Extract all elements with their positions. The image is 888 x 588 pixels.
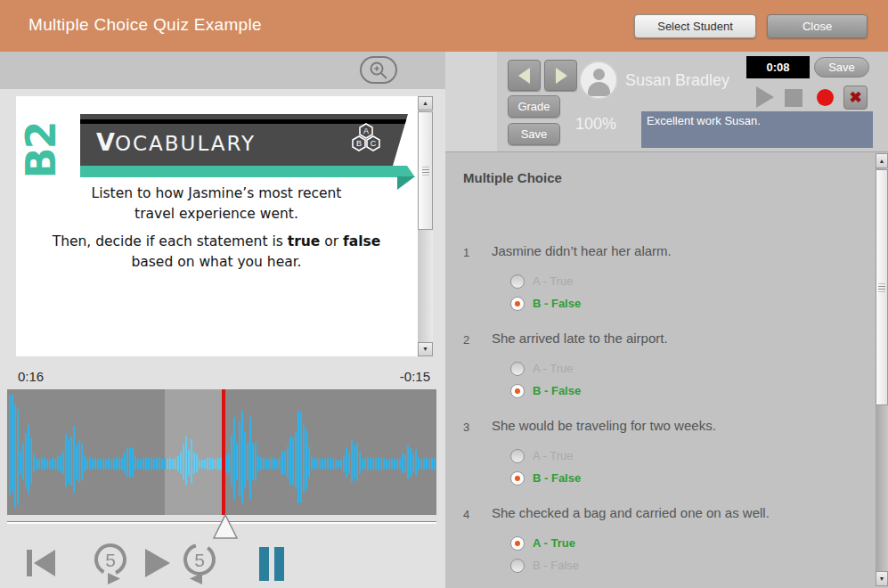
answer-option[interactable]: B - False [510, 554, 770, 576]
radio-button[interactable] [510, 471, 525, 486]
option-label: A - True [533, 536, 575, 550]
title-bar: Multiple Choice Quiz Example Select Stud… [0, 0, 888, 52]
scrollbar-thumb[interactable] [876, 169, 888, 405]
scroll-up-button[interactable]: ▲ [418, 96, 433, 110]
radio-button[interactable] [510, 362, 525, 376]
svg-text:B: B [356, 139, 362, 148]
scrollbar-grip [422, 167, 429, 175]
previous-student-button[interactable] [508, 60, 541, 91]
student-header-band: Grade Save Susan Bradley 100% 0:08 Save … [445, 52, 888, 152]
radio-button[interactable] [510, 384, 525, 398]
radio-button[interactable] [510, 449, 525, 463]
banner-teal-stripe [80, 166, 415, 177]
answer-option[interactable]: B - False [510, 380, 668, 402]
record-button[interactable] [817, 89, 834, 106]
quiz-scrollbar[interactable]: ▲ ▼ [876, 153, 888, 586]
radio-dot [515, 541, 520, 546]
vocabulary-banner: VOCABULARY A B C [80, 114, 408, 166]
replay-5-button[interactable]: 5 [90, 541, 131, 585]
radio-button[interactable] [510, 274, 525, 289]
option-label: B - False [533, 471, 581, 485]
option-label: B - False [533, 559, 579, 572]
scroll-up-icon: ▲ [879, 158, 885, 164]
answer-option[interactable]: B - False [510, 467, 716, 489]
question-options: A - True B - False [510, 270, 672, 314]
waveform-display[interactable] [7, 389, 436, 515]
question: 4 She checked a bag and carried one on a… [463, 505, 855, 576]
slide-scrollbar[interactable]: ▲ ▼ [418, 96, 433, 356]
abc-hexagons-icon: A B C [347, 122, 385, 159]
arrow-right-icon [551, 67, 571, 85]
grading-panel: Grade Save Susan Bradley 100% 0:08 Save … [445, 52, 888, 588]
lesson-player-panel: B2 VOCABULARY A B C [0, 52, 445, 588]
stop-recording-button[interactable] [785, 89, 802, 107]
banner-title-rest: OCABULARY [115, 132, 256, 155]
page-title: Multiple Choice Quiz Example [29, 15, 262, 35]
answer-option[interactable]: B - False [510, 292, 672, 314]
save-recording-button[interactable]: Save [814, 57, 869, 78]
scrollbar-thumb[interactable] [418, 111, 433, 230]
question-body: She arrived late to the airport. A - Tru… [492, 331, 668, 402]
elapsed-time: 0:16 [18, 369, 44, 384]
student-name: Susan Bradley [625, 71, 729, 90]
seek-thumb[interactable] [212, 513, 239, 540]
answer-option[interactable]: A - True [510, 532, 770, 554]
radio-dot [515, 301, 520, 306]
play-recording-button[interactable] [754, 86, 776, 109]
svg-text:5: 5 [194, 550, 205, 570]
pause-button[interactable] [259, 547, 286, 581]
option-label: A - True [533, 449, 574, 462]
scroll-down-button[interactable]: ▼ [418, 342, 433, 356]
play-button[interactable] [143, 547, 173, 579]
question-body: She checked a bag and carried one on as … [492, 505, 770, 576]
question: 3 She would be traveling for two weeks. … [463, 418, 855, 489]
answer-option[interactable]: A - True [510, 445, 716, 467]
score-value: 100% [575, 115, 616, 134]
next-student-button[interactable] [544, 60, 577, 91]
option-label: A - True [533, 362, 574, 375]
quiz-heading: Multiple Choice [463, 170, 562, 185]
teacher-comment-field[interactable]: Excellent work Susan. [641, 111, 873, 148]
scroll-down-icon: ▼ [422, 346, 428, 352]
quiz-app-window: Multiple Choice Quiz Example Select Stud… [0, 0, 888, 588]
questions-list: 1 Jasmine didn’t hear her alarm. A - Tru… [463, 243, 855, 588]
skip-to-start-button[interactable] [25, 547, 57, 579]
question: 2 She arrived late to the airport. A - T… [463, 331, 855, 402]
forward-5-button[interactable]: 5 [179, 541, 220, 585]
scroll-up-icon: ▲ [422, 100, 428, 106]
scroll-up-button[interactable]: ▲ [876, 153, 888, 168]
question-options: A - True B - False [510, 445, 716, 489]
radio-button[interactable] [510, 297, 525, 311]
slide-instructions-1: Listen to how Jasmine’s most recenttrave… [16, 184, 417, 225]
banner-title: VOCABULARY [96, 128, 256, 156]
avatar-head [593, 69, 605, 80]
scroll-down-button[interactable]: ▼ [876, 571, 888, 586]
radio-dot [515, 476, 520, 481]
delete-x-icon: ✖ [849, 89, 861, 106]
grade-button[interactable]: Grade [508, 95, 560, 118]
option-label: B - False [533, 297, 581, 310]
close-button[interactable]: Close [767, 14, 868, 38]
student-avatar [579, 61, 618, 100]
zoom-button[interactable] [360, 56, 397, 84]
question-text: She arrived late to the airport. [492, 331, 668, 346]
radio-button[interactable] [510, 536, 525, 551]
delete-recording-button[interactable]: ✖ [843, 86, 868, 110]
slide-toolbar [0, 52, 445, 89]
avatar-torso [588, 82, 610, 96]
slide-viewer: B2 VOCABULARY A B C [16, 96, 433, 356]
answer-option[interactable]: A - True [510, 357, 668, 380]
transport-controls: 5 5 [0, 541, 445, 585]
radio-button[interactable] [510, 559, 525, 573]
question: 1 Jasmine didn’t hear her alarm. A - Tru… [463, 243, 855, 314]
save-button[interactable]: Save [508, 123, 560, 145]
question-number: 3 [463, 418, 492, 489]
question-body: She would be traveling for two weeks. A … [492, 418, 716, 489]
waveform-canvas [7, 389, 436, 515]
question-text: Jasmine didn’t hear her alarm. [492, 243, 672, 258]
scrollbar-grip [878, 283, 885, 291]
question-body: Jasmine didn’t hear her alarm. A - True … [492, 243, 672, 314]
answer-option[interactable]: A - True [510, 270, 672, 292]
select-student-button[interactable]: Select Student [634, 14, 756, 38]
question-number: 1 [463, 243, 492, 314]
